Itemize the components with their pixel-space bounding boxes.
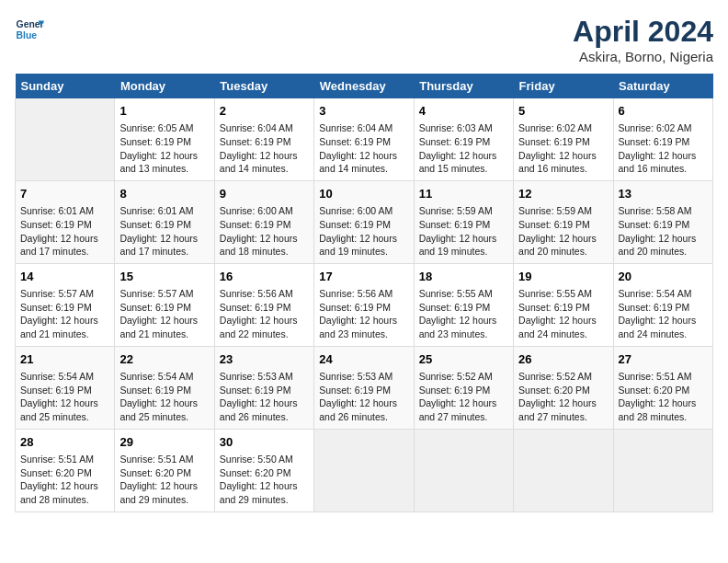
header-cell-monday: Monday [115, 74, 214, 98]
day-info: Sunrise: 6:05 AMSunset: 6:19 PMDaylight:… [119, 121, 209, 176]
calendar-cell: 13Sunrise: 5:58 AMSunset: 6:19 PMDayligh… [613, 180, 712, 263]
day-number: 21 [20, 351, 109, 368]
day-info: Sunrise: 5:57 AMSunset: 6:19 PMDaylight:… [119, 287, 209, 341]
calendar-week-row: 7Sunrise: 6:01 AMSunset: 6:19 PMDaylight… [16, 180, 713, 263]
day-number: 12 [518, 186, 608, 202]
day-number: 10 [319, 186, 408, 202]
day-info: Sunrise: 5:57 AMSunset: 6:19 PMDaylight:… [20, 287, 109, 341]
day-number: 9 [220, 186, 309, 202]
calendar-cell: 1Sunrise: 6:05 AMSunset: 6:19 PMDaylight… [115, 98, 214, 180]
day-info: Sunrise: 6:04 AMSunset: 6:19 PMDaylight:… [220, 121, 309, 176]
header-cell-tuesday: Tuesday [214, 74, 313, 98]
header-cell-saturday: Saturday [613, 74, 712, 98]
day-number: 2 [220, 103, 309, 120]
day-number: 23 [220, 351, 309, 368]
calendar-cell: 12Sunrise: 5:59 AMSunset: 6:19 PMDayligh… [514, 180, 613, 263]
day-info: Sunrise: 5:58 AMSunset: 6:19 PMDaylight:… [619, 204, 708, 259]
day-info: Sunrise: 5:54 AMSunset: 6:19 PMDaylight:… [619, 287, 708, 341]
day-number: 3 [319, 103, 408, 120]
day-number: 5 [518, 103, 608, 120]
day-info: Sunrise: 5:59 AMSunset: 6:19 PMDaylight:… [419, 204, 508, 259]
calendar-week-row: 28Sunrise: 5:51 AMSunset: 6:20 PMDayligh… [16, 429, 713, 511]
calendar-cell: 21Sunrise: 5:54 AMSunset: 6:19 PMDayligh… [16, 346, 115, 429]
day-info: Sunrise: 6:02 AMSunset: 6:19 PMDaylight:… [619, 121, 708, 176]
calendar-cell: 20Sunrise: 5:54 AMSunset: 6:19 PMDayligh… [613, 263, 712, 346]
logo-icon: General Blue [15, 15, 44, 44]
day-number: 14 [20, 269, 109, 285]
day-number: 6 [619, 103, 708, 120]
day-number: 8 [119, 186, 209, 202]
calendar-cell: 26Sunrise: 5:52 AMSunset: 6:20 PMDayligh… [514, 346, 613, 429]
day-info: Sunrise: 5:55 AMSunset: 6:19 PMDaylight:… [518, 287, 608, 341]
day-info: Sunrise: 6:00 AMSunset: 6:19 PMDaylight:… [220, 204, 309, 259]
day-number: 26 [518, 351, 608, 368]
day-info: Sunrise: 5:50 AMSunset: 6:20 PMDaylight:… [220, 453, 309, 507]
day-number: 18 [419, 269, 508, 285]
day-info: Sunrise: 5:53 AMSunset: 6:19 PMDaylight:… [220, 370, 309, 424]
day-number: 4 [419, 103, 508, 120]
day-number: 28 [20, 434, 109, 451]
calendar-cell [314, 429, 414, 511]
header-cell-friday: Friday [514, 74, 613, 98]
calendar-cell: 6Sunrise: 6:02 AMSunset: 6:19 PMDaylight… [613, 98, 712, 180]
header: General Blue April 2024 Askira, Borno, N… [15, 15, 713, 64]
svg-text:Blue: Blue [17, 30, 38, 40]
day-info: Sunrise: 6:02 AMSunset: 6:19 PMDaylight:… [518, 121, 608, 176]
header-cell-thursday: Thursday [414, 74, 513, 98]
calendar-cell: 25Sunrise: 5:52 AMSunset: 6:19 PMDayligh… [414, 346, 513, 429]
calendar-cell: 28Sunrise: 5:51 AMSunset: 6:20 PMDayligh… [16, 429, 115, 511]
calendar-cell: 5Sunrise: 6:02 AMSunset: 6:19 PMDaylight… [514, 98, 613, 180]
calendar-cell: 19Sunrise: 5:55 AMSunset: 6:19 PMDayligh… [514, 263, 613, 346]
header-cell-wednesday: Wednesday [314, 74, 414, 98]
day-info: Sunrise: 5:51 AMSunset: 6:20 PMDaylight:… [119, 453, 209, 507]
day-number: 25 [419, 351, 508, 368]
day-info: Sunrise: 5:52 AMSunset: 6:20 PMDaylight:… [518, 370, 608, 424]
calendar-cell: 30Sunrise: 5:50 AMSunset: 6:20 PMDayligh… [214, 429, 313, 511]
day-number: 17 [319, 269, 408, 285]
day-info: Sunrise: 5:54 AMSunset: 6:19 PMDaylight:… [20, 370, 109, 424]
title-area: April 2024 Askira, Borno, Nigeria [573, 15, 713, 64]
calendar-cell: 2Sunrise: 6:04 AMSunset: 6:19 PMDaylight… [214, 98, 313, 180]
day-info: Sunrise: 5:55 AMSunset: 6:19 PMDaylight:… [419, 287, 508, 341]
day-info: Sunrise: 5:53 AMSunset: 6:19 PMDaylight:… [319, 370, 408, 424]
calendar-body: 1Sunrise: 6:05 AMSunset: 6:19 PMDaylight… [16, 98, 713, 511]
calendar-cell: 23Sunrise: 5:53 AMSunset: 6:19 PMDayligh… [214, 346, 313, 429]
calendar-cell: 16Sunrise: 5:56 AMSunset: 6:19 PMDayligh… [214, 263, 313, 346]
calendar-week-row: 21Sunrise: 5:54 AMSunset: 6:19 PMDayligh… [16, 346, 713, 429]
calendar-cell: 3Sunrise: 6:04 AMSunset: 6:19 PMDaylight… [314, 98, 414, 180]
day-number: 1 [119, 103, 209, 120]
calendar-cell [514, 429, 613, 511]
calendar-week-row: 1Sunrise: 6:05 AMSunset: 6:19 PMDaylight… [16, 98, 713, 180]
day-info: Sunrise: 5:51 AMSunset: 6:20 PMDaylight:… [619, 370, 708, 424]
day-info: Sunrise: 6:03 AMSunset: 6:19 PMDaylight:… [419, 121, 508, 176]
calendar-cell: 14Sunrise: 5:57 AMSunset: 6:19 PMDayligh… [16, 263, 115, 346]
day-info: Sunrise: 5:51 AMSunset: 6:20 PMDaylight:… [20, 453, 109, 507]
calendar-cell: 8Sunrise: 6:01 AMSunset: 6:19 PMDaylight… [115, 180, 214, 263]
calendar-cell [414, 429, 513, 511]
calendar-cell: 10Sunrise: 6:00 AMSunset: 6:19 PMDayligh… [314, 180, 414, 263]
day-number: 22 [119, 351, 209, 368]
calendar-cell: 27Sunrise: 5:51 AMSunset: 6:20 PMDayligh… [613, 346, 712, 429]
day-number: 15 [119, 269, 209, 285]
calendar-cell: 11Sunrise: 5:59 AMSunset: 6:19 PMDayligh… [414, 180, 513, 263]
day-number: 24 [319, 351, 408, 368]
day-number: 19 [518, 269, 608, 285]
day-info: Sunrise: 5:56 AMSunset: 6:19 PMDaylight:… [319, 287, 408, 341]
header-cell-sunday: Sunday [16, 74, 115, 98]
calendar-cell: 17Sunrise: 5:56 AMSunset: 6:19 PMDayligh… [314, 263, 414, 346]
calendar-cell: 15Sunrise: 5:57 AMSunset: 6:19 PMDayligh… [115, 263, 214, 346]
calendar-cell: 24Sunrise: 5:53 AMSunset: 6:19 PMDayligh… [314, 346, 414, 429]
calendar-cell [16, 98, 115, 180]
day-info: Sunrise: 6:01 AMSunset: 6:19 PMDaylight:… [20, 204, 109, 259]
day-number: 20 [619, 269, 708, 285]
logo: General Blue [15, 15, 44, 44]
day-info: Sunrise: 5:52 AMSunset: 6:19 PMDaylight:… [419, 370, 508, 424]
calendar-cell: 4Sunrise: 6:03 AMSunset: 6:19 PMDaylight… [414, 98, 513, 180]
calendar-header-row: SundayMondayTuesdayWednesdayThursdayFrid… [16, 74, 713, 98]
calendar-cell: 22Sunrise: 5:54 AMSunset: 6:19 PMDayligh… [115, 346, 214, 429]
day-number: 13 [619, 186, 708, 202]
calendar-week-row: 14Sunrise: 5:57 AMSunset: 6:19 PMDayligh… [16, 263, 713, 346]
calendar-cell: 18Sunrise: 5:55 AMSunset: 6:19 PMDayligh… [414, 263, 513, 346]
day-number: 16 [220, 269, 309, 285]
day-info: Sunrise: 5:54 AMSunset: 6:19 PMDaylight:… [119, 370, 209, 424]
